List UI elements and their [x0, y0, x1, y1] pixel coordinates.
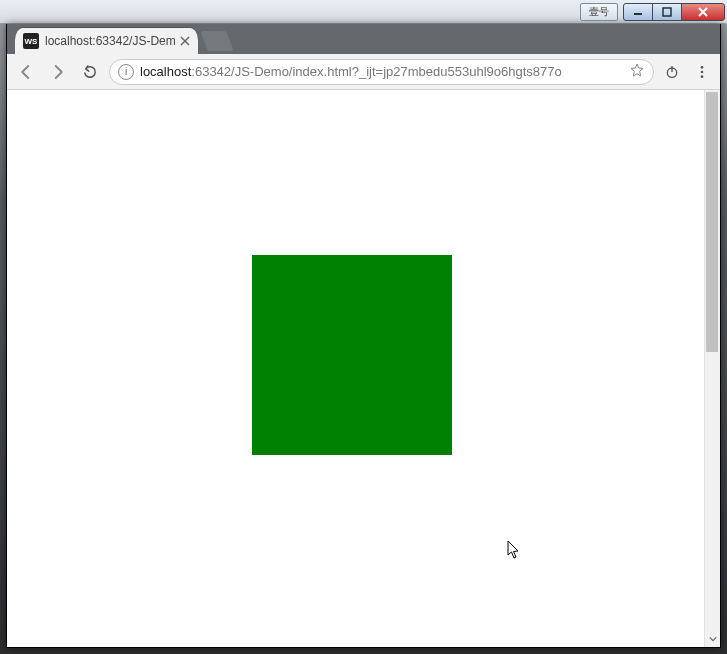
os-maximize-button[interactable] [652, 3, 682, 21]
os-minimize-button[interactable] [623, 3, 653, 21]
os-close-button[interactable] [681, 3, 725, 21]
os-titlebar: 壹号 [0, 0, 727, 24]
svg-point-10 [701, 75, 704, 78]
bookmark-star-icon[interactable] [629, 62, 645, 81]
new-tab-button[interactable] [200, 31, 233, 51]
scrollbar-down-arrow-icon[interactable] [704, 631, 720, 647]
browser-window: WS localhost:63342/JS-Dem i localhost :6… [6, 24, 721, 648]
scrollbar-thumb[interactable] [706, 92, 718, 352]
forward-button[interactable] [45, 59, 71, 85]
tab-title: localhost:63342/JS-Dem [45, 34, 176, 48]
url-path: :63342/JS-Demo/index.html?_ijt=jp27mbedu… [191, 64, 561, 79]
menu-icon[interactable] [690, 60, 714, 84]
tab-favicon: WS [23, 33, 39, 49]
tab-strip: WS localhost:63342/JS-Dem [7, 24, 720, 54]
os-window-label: 壹号 [580, 3, 618, 21]
vertical-scrollbar[interactable] [704, 90, 720, 631]
browser-toolbar: i localhost :63342/JS-Demo/index.html?_i… [7, 54, 720, 90]
green-box [252, 255, 452, 455]
url-host: localhost [140, 64, 191, 79]
page-viewport [7, 90, 720, 647]
close-icon[interactable] [178, 34, 192, 48]
reload-button[interactable] [77, 59, 103, 85]
svg-point-8 [701, 66, 704, 69]
power-icon[interactable] [660, 60, 684, 84]
back-button[interactable] [13, 59, 39, 85]
browser-tab[interactable]: WS localhost:63342/JS-Dem [15, 28, 198, 54]
address-bar[interactable]: i localhost :63342/JS-Demo/index.html?_i… [109, 59, 654, 85]
svg-point-9 [701, 70, 704, 73]
page-scroll-area[interactable] [7, 90, 720, 647]
site-info-icon[interactable]: i [118, 64, 134, 80]
svg-rect-1 [663, 8, 671, 16]
